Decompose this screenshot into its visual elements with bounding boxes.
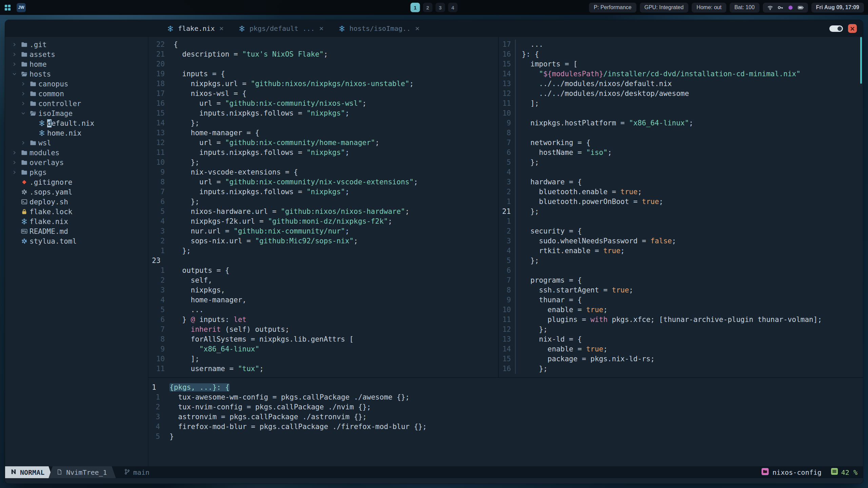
code-line[interactable]: 4 firefox-mod-blur = pkgs.callPackage ./… [149, 422, 863, 432]
tree-item-isoImage[interactable]: isoImage [5, 108, 148, 118]
workspace-button-1[interactable]: 1 [411, 3, 420, 12]
tree-item-README.md[interactable]: README.md [5, 226, 148, 236]
tree-item-home[interactable]: home [5, 59, 148, 69]
code-line[interactable]: 3 nur.url = "github:nix-community/nur"; [149, 226, 498, 236]
code-line[interactable]: 8 ssh.startAgent = true; [499, 285, 863, 295]
code-line[interactable]: 6 } @ inputs: let [149, 315, 498, 325]
code-line[interactable]: 7 inputs.nixpkgs.follows = "nixpkgs"; [149, 187, 498, 197]
tree-item-canopus[interactable]: canopus [5, 79, 148, 89]
code-line[interactable]: 17 nixos-wsl = { [149, 89, 498, 99]
code-line[interactable]: 9 "x86_64-linux" [149, 344, 498, 354]
code-line[interactable]: 7 programs = { [499, 276, 863, 285]
code-line[interactable]: 16 url = "github:nix-community/nixos-wsl… [149, 99, 498, 108]
code-line[interactable]: 1{pkgs, ...}: { [149, 383, 863, 392]
vpn-dot-icon[interactable] [788, 5, 793, 11]
tree-item-stylua.toml[interactable]: stylua.toml [5, 236, 148, 246]
code-line[interactable]: 14 }; [149, 118, 498, 128]
code-line[interactable]: 1 [499, 217, 863, 226]
tree-item-.git[interactable]: .git [5, 40, 148, 49]
code-line[interactable]: 12 }; [499, 325, 863, 334]
code-line[interactable]: 19 inputs = { [149, 69, 498, 79]
code-line[interactable]: 6 }; [149, 197, 498, 207]
tab-close-icon[interactable]: × [319, 25, 323, 32]
code-line[interactable]: 9 thunar = { [499, 295, 863, 305]
tree-item-.gitignore[interactable]: .gitignore [5, 177, 148, 187]
code-line[interactable]: 3 hardware = { [499, 177, 863, 187]
code-line[interactable]: 12 url = "github:nix-community/home-mana… [149, 138, 498, 148]
code-line[interactable]: 15 inputs.nixpkgs.follows = "nixpkgs"; [149, 108, 498, 118]
toggle-switch[interactable] [829, 25, 843, 32]
code-line[interactable]: 2 bluetooth.enable = true; [499, 187, 863, 197]
app-badge[interactable]: JW [17, 3, 26, 12]
code-line[interactable]: 4 rtkit.enable = true; [499, 246, 863, 256]
code-line[interactable]: 3 nixpkgs, [149, 285, 498, 295]
tree-item-common[interactable]: common [5, 89, 148, 99]
code-line[interactable]: 20 [149, 59, 498, 69]
code-line[interactable]: 15 package = pkgs.nix-ld-rs; [499, 354, 863, 364]
code-line[interactable]: 5 nixos-hardware.url = "github:nixos/nix… [149, 207, 498, 217]
tree-item-.sops.yaml[interactable]: .sops.yaml [5, 187, 148, 197]
code-line[interactable]: 13 nix-ld = { [499, 334, 863, 344]
tree-item-controller[interactable]: controller [5, 99, 148, 108]
tree-item-modules[interactable]: modules [5, 148, 148, 158]
code-line[interactable]: 5 }; [499, 158, 863, 167]
tree-item-wsl[interactable]: wsl [5, 138, 148, 148]
code-line[interactable]: 1 tux-awesome-wm-config = pkgs.callPacka… [149, 392, 863, 402]
tree-item-flake.nix[interactable]: flake.nix [5, 217, 148, 226]
tree-item-overlays[interactable]: overlays [5, 158, 148, 167]
code-line[interactable]: 5} [149, 432, 863, 442]
code-line[interactable]: 16}: { [499, 49, 863, 59]
code-line[interactable]: 5 }; [499, 256, 863, 266]
code-line[interactable]: 4 home-manager, [149, 295, 498, 305]
code-line[interactable]: 2 sops-nix.url = "github:Mic92/sops-nix"… [149, 236, 498, 246]
code-line[interactable]: 11 inputs.nixpkgs.follows = "nixpkgs"; [149, 148, 498, 158]
code-line[interactable]: 23 [149, 256, 498, 266]
code-line[interactable]: 8 forAllSystems = nixpkgs.lib.genAttrs [ [149, 334, 498, 344]
code-line[interactable]: 10 enable = true; [499, 305, 863, 315]
code-line[interactable]: 12 ../../modules/nixos/desktop/awesome [499, 89, 863, 99]
code-line[interactable]: 21 }; [499, 207, 863, 217]
tree-item-hosts[interactable]: hosts [5, 69, 148, 79]
code-line[interactable]: 1 }; [149, 246, 498, 256]
code-line[interactable]: 4 [499, 167, 863, 177]
scrollbar-thumb[interactable] [860, 37, 862, 84]
code-line[interactable]: 10 ]; [149, 354, 498, 364]
workspace-button-3[interactable]: 3 [436, 3, 445, 12]
key-icon[interactable] [777, 5, 783, 11]
code-line[interactable]: 14 "${modulesPath}/installer/cd-dvd/inst… [499, 69, 863, 79]
tab-flake.nix[interactable]: flake.nix× [160, 20, 231, 37]
tab-pkgs-default-...[interactable]: pkgs/default ...× [231, 20, 331, 37]
code-line[interactable]: 7 networking = { [499, 138, 863, 148]
code-line[interactable]: 3 astronvim = pkgs.callPackage ./astronv… [149, 412, 863, 422]
tab-hosts-isoImag..[interactable]: hosts/isoImag..× [331, 20, 427, 37]
code-line[interactable]: 2 security = { [499, 226, 863, 236]
code-line[interactable]: 9 nix-vscode-extensions = { [149, 167, 498, 177]
code-line[interactable]: 21 description = "tux's NixOS Flake"; [149, 49, 498, 59]
tree-item-pkgs[interactable]: pkgs [5, 167, 148, 177]
code-line[interactable]: 3 sudo.wheelNeedsPassword = false; [499, 236, 863, 246]
code-line[interactable]: 2 self, [149, 276, 498, 285]
code-line[interactable]: 11 plugins = with pkgs.xfce; [thunar-arc… [499, 315, 863, 325]
code-line[interactable]: 1 bluetooth.powerOnBoot = true; [499, 197, 863, 207]
code-line[interactable]: 13 ../../modules/nixos/default.nix [499, 79, 863, 89]
workspace-button-4[interactable]: 4 [448, 3, 458, 12]
code-line[interactable]: 11 ]; [499, 99, 863, 108]
code-line[interactable]: 11 username = "tux"; [149, 364, 498, 374]
tab-close-icon[interactable]: × [219, 25, 223, 32]
code-line[interactable]: 6 [499, 266, 863, 276]
code-line[interactable]: 14 enable = true; [499, 344, 863, 354]
code-line[interactable]: 10 }; [149, 158, 498, 167]
app-launcher-icon[interactable] [4, 4, 11, 11]
code-line[interactable]: 1 outputs = { [149, 266, 498, 276]
code-line[interactable]: 10 [499, 108, 863, 118]
tree-item-default.nix[interactable]: default.nix [5, 118, 148, 128]
code-line[interactable]: 4 nixpkgs-f2k.url = "github:moni-dz/nixp… [149, 217, 498, 226]
window-close-button[interactable]: × [848, 24, 857, 33]
wifi-icon[interactable] [767, 5, 773, 11]
code-line[interactable]: 18 nixpkgs.url = "github:nixos/nixpkgs/n… [149, 79, 498, 89]
code-line[interactable]: 15 imports = [ [499, 59, 863, 69]
code-line[interactable]: 2 tux-nvim-config = pkgs.callPackage ./n… [149, 402, 863, 412]
code-line[interactable]: 5 ... [149, 305, 498, 315]
code-line[interactable]: 7 inherit (self) outputs; [149, 325, 498, 334]
code-line[interactable]: 8 [499, 128, 863, 138]
